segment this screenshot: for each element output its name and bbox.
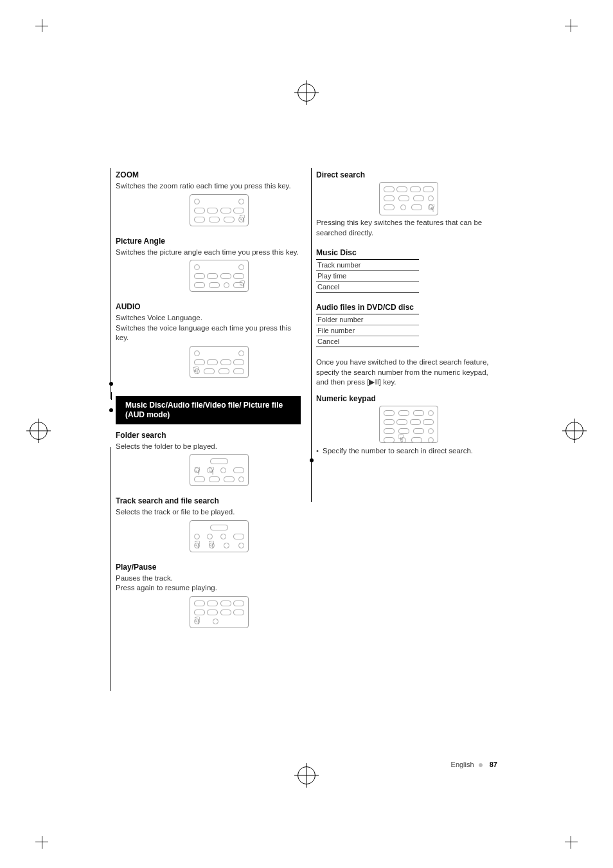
- remote-illustration: ☟ ☟: [190, 520, 249, 552]
- text-play-pause-1: Pauses the track.: [116, 574, 301, 584]
- guide-line: [311, 168, 312, 502]
- section-music-disc: Music Disc Track number Play time Cancel: [316, 248, 501, 293]
- section-direct-search: Direct search ☟ Pressing this key switch…: [316, 170, 501, 238]
- registration-mark-top: [298, 84, 315, 102]
- page-footer: English 87: [451, 761, 497, 768]
- text-direct-search: Pressing this key switches the features …: [316, 218, 501, 238]
- table-row: Track number: [316, 260, 419, 271]
- heading-picture-angle: Picture Angle: [116, 237, 301, 246]
- heading-play-pause: Play/Pause: [116, 563, 301, 572]
- remote-illustration: ☟: [379, 406, 438, 443]
- heading-zoom: ZOOM: [116, 170, 301, 179]
- text-folder-search: Selects the folder to be played.: [116, 442, 301, 452]
- text-after-tables: Once you have switched to the direct sea…: [316, 357, 501, 388]
- heading-track-search: Track search and file search: [116, 496, 301, 505]
- section-end-marker: [109, 382, 113, 386]
- text-zoom: Switches the zoom ratio each time you pr…: [116, 181, 301, 192]
- section-zoom: ZOOM Switches the zoom ratio each time y…: [116, 170, 301, 226]
- heading-music-disc: Music Disc: [316, 248, 501, 257]
- section-audio: AUDIO Switches Voice Language. Switches …: [116, 302, 301, 386]
- left-column: ZOOM Switches the zoom ratio each time y…: [116, 170, 301, 638]
- table-row: Folder number: [316, 314, 419, 325]
- heading-folder-search: Folder search: [116, 431, 301, 440]
- text-play-pause-2: Press again to resume playing.: [116, 583, 301, 593]
- remote-illustration: ☟: [190, 346, 249, 378]
- remote-illustration: ☟: [379, 182, 438, 215]
- guide-line: [111, 168, 111, 399]
- remote-illustration: ☟: [190, 194, 249, 226]
- table-row: File number: [316, 325, 419, 336]
- bullet-text: Specify the number to search in direct s…: [323, 447, 473, 455]
- remote-illustration: ☟ ☟: [190, 454, 249, 486]
- bullet-numeric-keypad: •Specify the number to search in direct …: [316, 447, 501, 455]
- section-audio-files: Audio files in DVD/CD disc Folder number…: [316, 303, 501, 347]
- bullet-icon: •: [316, 447, 319, 455]
- table-row: Cancel: [316, 282, 419, 293]
- remote-illustration: ☟: [190, 596, 249, 628]
- registration-mark-right: [565, 422, 583, 440]
- registration-mark-bottom: [298, 766, 315, 784]
- section-end-marker: [310, 458, 314, 462]
- section-picture-angle: Picture Angle Switches the picture angle…: [116, 237, 301, 293]
- table-row: Cancel: [316, 336, 419, 347]
- guide-line: [111, 447, 111, 691]
- section-numeric-keypad: Numeric keypad ☟ •Specify the number to …: [316, 394, 501, 462]
- remote-illustration: ☟: [190, 260, 249, 292]
- table-music-disc: Track number Play time Cancel: [316, 259, 419, 293]
- footer-language: English: [451, 761, 474, 768]
- section-play-pause: Play/Pause Pauses the track. Press again…: [116, 563, 301, 628]
- text-audio-2: Switches the voice language each time yo…: [116, 323, 301, 343]
- heading-aud-mode: Music Disc/Audio file/Video file/ Pictur…: [116, 396, 301, 424]
- section-folder-search: Folder search Selects the folder to be p…: [116, 431, 301, 487]
- heading-numeric-keypad: Numeric keypad: [316, 394, 501, 403]
- right-column: Direct search ☟ Pressing this key switch…: [316, 170, 501, 638]
- heading-audio-files: Audio files in DVD/CD disc: [316, 303, 501, 312]
- text-track-search: Selects the track or file to be played.: [116, 507, 301, 518]
- heading-audio: AUDIO: [116, 302, 301, 311]
- text-picture-angle: Switches the picture angle each time you…: [116, 248, 301, 258]
- heading-direct-search: Direct search: [316, 170, 501, 179]
- footer-dot-icon: [479, 763, 483, 767]
- footer-page-number: 87: [490, 761, 497, 768]
- text-audio-1: Switches Voice Language.: [116, 313, 301, 323]
- table-row: Play time: [316, 271, 419, 282]
- registration-mark-left: [30, 422, 48, 440]
- table-audio-files: Folder number File number Cancel: [316, 314, 419, 347]
- section-track-search: Track search and file search Selects the…: [116, 496, 301, 552]
